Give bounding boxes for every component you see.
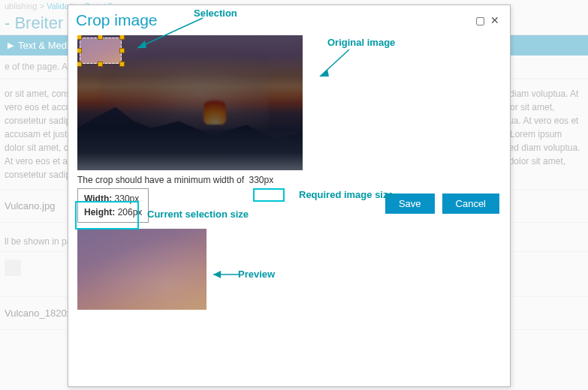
width-label: Width:: [84, 194, 112, 204]
height-label: Height:: [84, 207, 115, 218]
selection-size-box: Width: 330px Height: 206px: [77, 188, 149, 223]
height-value: 206px: [118, 207, 143, 218]
crop-handle-tl[interactable]: [77, 35, 82, 40]
crop-handle-r[interactable]: [119, 48, 125, 53]
crop-handle-b[interactable]: [98, 62, 103, 67]
dialog-body: The crop should have a minimum width of …: [68, 29, 510, 386]
cancel-button[interactable]: Cancel: [442, 194, 499, 214]
dialog-titlebar: Crop image ▢ ✕: [68, 5, 510, 29]
crop-canvas[interactable]: [77, 35, 303, 170]
width-value: 330px: [115, 194, 140, 204]
min-width-value: 330px: [246, 174, 276, 186]
close-icon[interactable]: ✕: [487, 13, 502, 28]
crop-handle-tr[interactable]: [119, 35, 125, 40]
crop-preview: [77, 229, 207, 310]
crop-handle-br[interactable]: [119, 62, 125, 67]
crop-selection[interactable]: [80, 38, 122, 64]
crop-handle-l[interactable]: [77, 48, 82, 53]
min-width-text: The crop should have a minimum width of …: [77, 175, 501, 185]
dialog-footer: Save Cancel: [385, 194, 499, 214]
save-button[interactable]: Save: [385, 194, 435, 214]
crop-image-dialog: Crop image ▢ ✕: [68, 4, 511, 387]
crop-handle-t[interactable]: [98, 35, 103, 40]
min-width-label: The crop should have a minimum width of: [77, 175, 244, 185]
dialog-title: Crop image: [76, 11, 472, 29]
maximize-icon[interactable]: ▢: [472, 13, 487, 28]
crop-handle-bl[interactable]: [77, 62, 82, 67]
